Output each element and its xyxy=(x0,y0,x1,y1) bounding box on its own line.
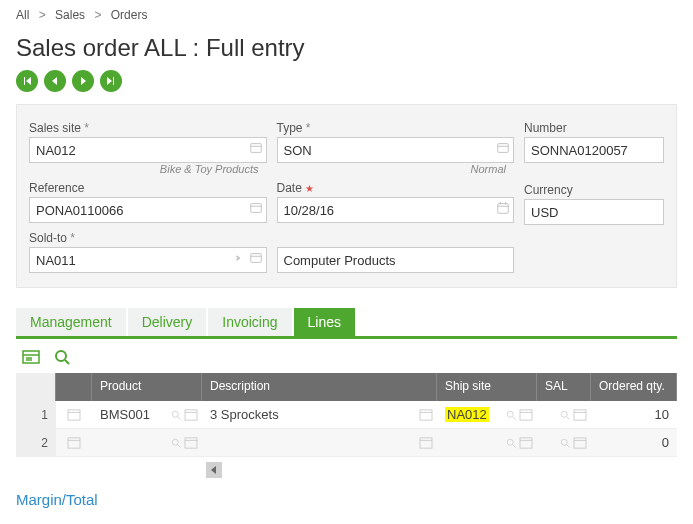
page-title: Sales order ALL : Full entry xyxy=(0,30,693,70)
svg-rect-44 xyxy=(520,437,532,447)
cell-product[interactable] xyxy=(92,429,202,456)
lookup-icon[interactable] xyxy=(249,141,263,155)
breadcrumb: All > Sales > Orders xyxy=(0,0,693,30)
row-action-icon[interactable] xyxy=(56,429,92,456)
sales-site-label: Sales site xyxy=(29,121,267,135)
record-nav xyxy=(0,70,693,104)
svg-rect-32 xyxy=(574,409,586,419)
sold-to-desc-input[interactable] xyxy=(277,247,515,273)
breadcrumb-item[interactable]: Sales xyxy=(55,8,85,22)
svg-line-47 xyxy=(567,444,570,447)
cell-sal[interactable] xyxy=(537,401,591,428)
header-rownum xyxy=(16,373,56,401)
svg-rect-2 xyxy=(250,204,261,213)
nav-first-button[interactable] xyxy=(16,70,38,92)
cell-description[interactable] xyxy=(202,429,437,456)
lookup-icon[interactable] xyxy=(249,251,263,265)
svg-rect-18 xyxy=(68,409,80,419)
arrow-icon[interactable] xyxy=(229,251,243,265)
svg-rect-4 xyxy=(498,144,509,153)
tab-invoicing[interactable]: Invoicing xyxy=(208,308,291,336)
reference-label: Reference xyxy=(29,181,267,195)
svg-line-21 xyxy=(178,416,181,419)
header-ship-site[interactable]: Ship site xyxy=(437,373,537,401)
form-panel: Sales site Bike & Toy Products Reference… xyxy=(16,104,677,288)
margin-total-section[interactable]: Margin/Total xyxy=(16,491,677,508)
breadcrumb-item[interactable]: Orders xyxy=(111,8,148,22)
type-input[interactable] xyxy=(277,137,515,163)
svg-point-20 xyxy=(172,411,178,417)
row-action-icon[interactable] xyxy=(56,401,92,428)
grid-header: Product Description Ship site SAL Ordere… xyxy=(16,373,677,401)
breadcrumb-sep: > xyxy=(39,8,46,22)
calendar-icon[interactable] xyxy=(496,201,510,215)
sold-to-label: Sold-to xyxy=(29,231,664,245)
cell-qty[interactable]: 10 xyxy=(591,401,677,428)
header-product[interactable]: Product xyxy=(92,373,202,401)
svg-rect-48 xyxy=(574,437,586,447)
cell-ship-site[interactable]: NA012 xyxy=(437,401,537,428)
tab-management[interactable]: Management xyxy=(16,308,126,336)
cell-product[interactable]: BMS001 xyxy=(92,401,202,428)
header-sal[interactable]: SAL xyxy=(537,373,591,401)
cell-qty[interactable]: 0 xyxy=(591,429,677,456)
svg-line-27 xyxy=(513,416,516,419)
svg-point-42 xyxy=(507,439,513,445)
nav-prev-button[interactable] xyxy=(44,70,66,92)
svg-rect-6 xyxy=(498,204,509,214)
date-label: Date xyxy=(277,181,515,195)
sales-site-input[interactable] xyxy=(29,137,267,163)
tabs: Management Delivery Invoicing Lines xyxy=(16,308,677,339)
cell-ship-site[interactable] xyxy=(437,429,537,456)
nav-last-button[interactable] xyxy=(100,70,122,92)
svg-point-46 xyxy=(561,439,567,445)
grid-toolbar xyxy=(16,345,677,369)
type-label: Type xyxy=(277,121,515,135)
currency-input[interactable] xyxy=(524,199,664,225)
svg-rect-24 xyxy=(420,409,432,419)
svg-line-43 xyxy=(513,444,516,447)
svg-rect-28 xyxy=(520,409,532,419)
header-actions xyxy=(56,373,92,401)
breadcrumb-item[interactable]: All xyxy=(16,8,29,22)
header-description[interactable]: Description xyxy=(202,373,437,401)
reference-input[interactable] xyxy=(29,197,267,223)
svg-rect-22 xyxy=(185,409,197,419)
lookup-icon[interactable] xyxy=(249,201,263,215)
cell-sal[interactable] xyxy=(537,429,591,456)
table-row[interactable]: 1BMS0013 SprocketsNA01210 xyxy=(16,401,677,429)
svg-rect-40 xyxy=(420,437,432,447)
date-input[interactable] xyxy=(277,197,515,223)
svg-line-31 xyxy=(567,416,570,419)
svg-point-26 xyxy=(507,411,513,417)
horizontal-scrollbar[interactable] xyxy=(206,461,677,479)
svg-point-36 xyxy=(172,439,178,445)
cell-description[interactable]: 3 Sprockets xyxy=(202,401,437,428)
svg-line-37 xyxy=(178,444,181,447)
row-number: 1 xyxy=(16,401,56,428)
number-label: Number xyxy=(524,121,664,135)
sales-site-desc: Bike & Toy Products xyxy=(29,163,267,175)
svg-line-17 xyxy=(65,360,69,364)
number-input[interactable] xyxy=(524,137,664,163)
svg-rect-0 xyxy=(250,144,261,153)
tab-lines[interactable]: Lines xyxy=(294,308,355,336)
svg-point-16 xyxy=(56,351,66,361)
svg-rect-34 xyxy=(68,437,80,447)
table-row[interactable]: 20 xyxy=(16,429,677,457)
search-icon[interactable] xyxy=(54,349,70,365)
scroll-left-icon[interactable] xyxy=(206,462,222,478)
tab-delivery[interactable]: Delivery xyxy=(128,308,207,336)
lines-grid: Product Description Ship site SAL Ordere… xyxy=(16,373,677,479)
svg-rect-10 xyxy=(250,254,261,263)
card-view-icon[interactable] xyxy=(22,350,40,364)
nav-next-button[interactable] xyxy=(72,70,94,92)
svg-rect-12 xyxy=(23,351,39,363)
currency-label: Currency xyxy=(524,183,664,197)
lookup-icon[interactable] xyxy=(496,141,510,155)
type-desc: Normal xyxy=(277,163,515,175)
header-qty[interactable]: Ordered qty. xyxy=(591,373,677,401)
row-number: 2 xyxy=(16,429,56,456)
svg-point-30 xyxy=(561,411,567,417)
breadcrumb-sep: > xyxy=(94,8,101,22)
